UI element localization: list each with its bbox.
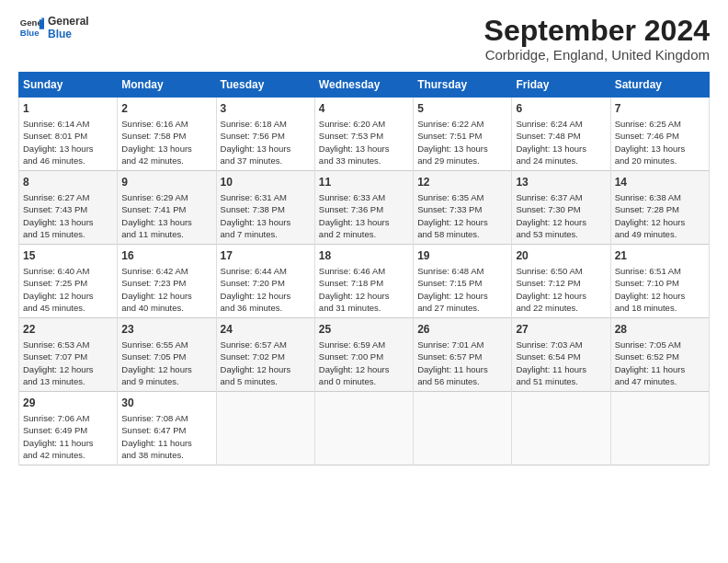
calendar-cell: 25Sunrise: 6:59 AMSunset: 7:00 PMDayligh… bbox=[314, 318, 413, 392]
calendar-cell: 23Sunrise: 6:55 AMSunset: 7:05 PMDayligh… bbox=[118, 318, 216, 392]
day-number: 14 bbox=[615, 175, 705, 190]
calendar-week-row: 29Sunrise: 7:06 AMSunset: 6:49 PMDayligh… bbox=[19, 392, 710, 465]
cell-info: Sunset: 7:51 PM bbox=[417, 130, 507, 142]
cell-info: and 0 minutes. bbox=[319, 375, 409, 387]
cell-info: Daylight: 12 hours bbox=[23, 363, 113, 375]
cell-info: Daylight: 12 hours bbox=[615, 290, 705, 302]
cell-info: Sunset: 6:52 PM bbox=[615, 350, 705, 362]
cell-info: Sunset: 7:10 PM bbox=[615, 277, 705, 289]
calendar-cell: 22Sunrise: 6:53 AMSunset: 7:07 PMDayligh… bbox=[19, 318, 118, 392]
cell-info: Sunset: 7:12 PM bbox=[516, 277, 606, 289]
page-subtitle: Corbridge, England, United Kingdom bbox=[484, 47, 710, 63]
calendar-cell: 2Sunrise: 6:16 AMSunset: 7:58 PMDaylight… bbox=[118, 98, 216, 171]
cell-info: Sunrise: 6:53 AM bbox=[23, 339, 113, 350]
cell-info: Daylight: 12 hours bbox=[417, 290, 507, 302]
calendar-cell: 5Sunrise: 6:22 AMSunset: 7:51 PMDaylight… bbox=[414, 98, 512, 171]
cell-info: and 53 minutes. bbox=[516, 228, 606, 240]
calendar-week-row: 1Sunrise: 6:14 AMSunset: 8:01 PMDaylight… bbox=[19, 98, 710, 171]
cell-info: Sunrise: 6:29 AM bbox=[121, 191, 211, 203]
cell-info: Sunrise: 6:40 AM bbox=[23, 265, 113, 277]
day-number: 5 bbox=[417, 101, 507, 117]
cell-info: Daylight: 11 hours bbox=[121, 437, 211, 449]
svg-marker-2 bbox=[40, 19, 44, 29]
cell-info: Sunset: 7:33 PM bbox=[417, 203, 507, 215]
cell-info: Sunrise: 6:14 AM bbox=[23, 118, 113, 130]
cell-info: Sunrise: 6:42 AM bbox=[121, 265, 211, 277]
cell-info: Daylight: 13 hours bbox=[615, 143, 705, 155]
cell-info: and 5 minutes. bbox=[221, 375, 311, 387]
day-number: 1 bbox=[23, 101, 113, 117]
cell-info: and 45 minutes. bbox=[23, 302, 113, 314]
day-number: 25 bbox=[319, 322, 409, 338]
cell-info: and 36 minutes. bbox=[221, 302, 311, 314]
cell-info: Daylight: 13 hours bbox=[319, 216, 409, 228]
cell-info: Sunset: 7:53 PM bbox=[319, 130, 409, 142]
cell-info: Sunrise: 6:22 AM bbox=[417, 118, 507, 130]
cell-info: Daylight: 12 hours bbox=[516, 216, 606, 228]
cell-info: and 40 minutes. bbox=[121, 302, 211, 314]
col-thursday: Thursday bbox=[414, 73, 512, 98]
cell-info: Sunset: 7:20 PM bbox=[221, 277, 311, 289]
page-container: General Blue General Blue September 2024… bbox=[0, 0, 728, 475]
cell-info: Sunset: 7:58 PM bbox=[121, 130, 211, 142]
cell-info: Sunset: 7:41 PM bbox=[121, 203, 211, 215]
cell-info: Sunrise: 7:03 AM bbox=[516, 339, 606, 350]
col-tuesday: Tuesday bbox=[216, 73, 314, 98]
calendar-cell bbox=[414, 392, 512, 465]
cell-info: Daylight: 12 hours bbox=[221, 363, 311, 375]
calendar-cell: 27Sunrise: 7:03 AMSunset: 6:54 PMDayligh… bbox=[512, 318, 610, 392]
cell-info: Sunrise: 6:31 AM bbox=[221, 191, 311, 203]
header-row: Sunday Monday Tuesday Wednesday Thursday… bbox=[19, 73, 710, 98]
day-number: 23 bbox=[121, 322, 211, 338]
cell-info: Daylight: 12 hours bbox=[615, 216, 705, 228]
calendar-cell: 16Sunrise: 6:42 AMSunset: 7:23 PMDayligh… bbox=[118, 245, 216, 318]
calendar-cell: 26Sunrise: 7:01 AMSunset: 6:57 PMDayligh… bbox=[414, 318, 512, 392]
logo-icon: General Blue bbox=[18, 15, 44, 40]
cell-info: and 33 minutes. bbox=[319, 155, 409, 167]
calendar-cell: 1Sunrise: 6:14 AMSunset: 8:01 PMDaylight… bbox=[19, 98, 118, 171]
day-number: 7 bbox=[615, 101, 705, 117]
col-friday: Friday bbox=[512, 73, 610, 98]
col-saturday: Saturday bbox=[610, 73, 709, 98]
calendar-cell: 28Sunrise: 7:05 AMSunset: 6:52 PMDayligh… bbox=[610, 318, 709, 392]
cell-info: Daylight: 12 hours bbox=[121, 363, 211, 375]
calendar-cell bbox=[314, 392, 413, 465]
cell-info: and 11 minutes. bbox=[121, 228, 211, 240]
cell-info: Sunset: 7:46 PM bbox=[615, 130, 705, 142]
day-number: 4 bbox=[319, 101, 409, 117]
day-number: 30 bbox=[121, 396, 211, 411]
cell-info: Sunset: 6:57 PM bbox=[417, 350, 507, 362]
cell-info: Sunrise: 6:37 AM bbox=[516, 191, 606, 203]
calendar-cell: 30Sunrise: 7:08 AMSunset: 6:47 PMDayligh… bbox=[118, 392, 216, 465]
day-number: 26 bbox=[417, 322, 507, 338]
cell-info: Sunset: 7:48 PM bbox=[516, 130, 606, 142]
cell-info: Sunset: 6:54 PM bbox=[516, 350, 606, 362]
cell-info: Sunset: 7:36 PM bbox=[319, 203, 409, 215]
calendar-cell: 19Sunrise: 6:48 AMSunset: 7:15 PMDayligh… bbox=[414, 245, 512, 318]
cell-info: Sunset: 7:18 PM bbox=[319, 277, 409, 289]
cell-info: and 49 minutes. bbox=[615, 228, 705, 240]
cell-info: Daylight: 13 hours bbox=[516, 143, 606, 155]
day-number: 2 bbox=[121, 101, 211, 117]
calendar-cell: 6Sunrise: 6:24 AMSunset: 7:48 PMDaylight… bbox=[512, 98, 610, 171]
cell-info: Sunset: 8:01 PM bbox=[23, 130, 113, 142]
cell-info: Sunrise: 7:05 AM bbox=[615, 339, 705, 350]
cell-info: Daylight: 13 hours bbox=[121, 216, 211, 228]
cell-info: and 18 minutes. bbox=[615, 302, 705, 314]
cell-info: Sunrise: 6:51 AM bbox=[615, 265, 705, 277]
day-number: 10 bbox=[221, 175, 311, 190]
cell-info: Daylight: 12 hours bbox=[121, 290, 211, 302]
cell-info: and 46 minutes. bbox=[23, 155, 113, 167]
cell-info: and 51 minutes. bbox=[516, 375, 606, 387]
calendar-cell: 29Sunrise: 7:06 AMSunset: 6:49 PMDayligh… bbox=[19, 392, 118, 465]
day-number: 17 bbox=[221, 248, 311, 264]
cell-info: and 7 minutes. bbox=[221, 228, 311, 240]
cell-info: and 15 minutes. bbox=[23, 228, 113, 240]
calendar-cell: 11Sunrise: 6:33 AMSunset: 7:36 PMDayligh… bbox=[314, 171, 413, 245]
cell-info: Sunset: 7:05 PM bbox=[121, 350, 211, 362]
cell-info: Sunrise: 6:57 AM bbox=[221, 339, 311, 350]
cell-info: Daylight: 13 hours bbox=[121, 143, 211, 155]
cell-info: Sunset: 7:28 PM bbox=[615, 203, 705, 215]
calendar-cell: 14Sunrise: 6:38 AMSunset: 7:28 PMDayligh… bbox=[610, 171, 709, 245]
cell-info: and 27 minutes. bbox=[417, 302, 507, 314]
